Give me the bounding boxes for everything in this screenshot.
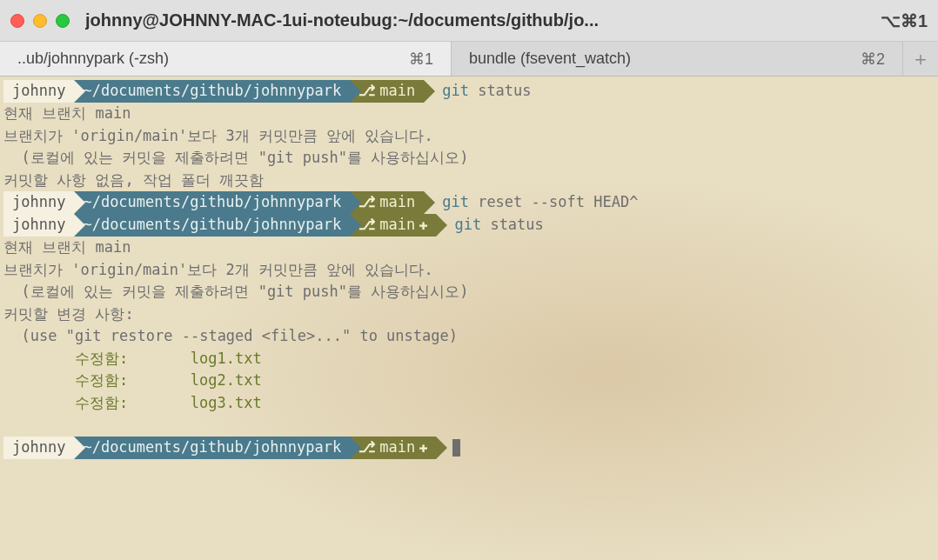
output-line: (use "git restore --staged <file>..." to… <box>0 325 938 348</box>
dirty-indicator-icon: ✚ <box>419 214 427 237</box>
output-line: 브랜치가 'origin/main'보다 3개 커밋만큼 앞에 있습니다. <box>0 125 938 148</box>
tab-2-key: ⌘2 <box>861 50 885 69</box>
close-button[interactable] <box>10 14 24 28</box>
output-line: (로컬에 있는 커밋을 제출하려면 "git push"를 사용하십시오) <box>0 147 938 170</box>
output-line: 커밋할 변경 사항: <box>0 303 938 326</box>
staged-file: 수정함: log3.txt <box>0 392 938 415</box>
tab-1[interactable]: ..ub/johnnypark (-zsh) ⌘1 <box>0 42 452 76</box>
tab-2-label: bundle (fsevent_watch) <box>469 50 631 68</box>
command-3: git status <box>454 214 543 237</box>
tab-1-key: ⌘1 <box>409 50 433 69</box>
minimize-button[interactable] <box>33 14 47 28</box>
output-line: 커밋할 사항 없음, 작업 폴더 깨끗함 <box>0 170 938 192</box>
titlebar: johnny@JOHNNY-MAC-1ui-noteubug:~/documen… <box>0 0 938 42</box>
prompt-2: johnny~/documents/github/johnnypark⎇main <box>3 191 435 214</box>
tabbar: ..ub/johnnypark (-zsh) ⌘1 bundle (fseven… <box>0 42 938 77</box>
terminal-output[interactable]: johnny~/documents/github/johnnypark⎇main… <box>0 77 938 459</box>
output-line: (로컬에 있는 커밋을 제출하려면 "git push"를 사용하십시오) <box>0 281 938 303</box>
prompt-3: johnny~/documents/github/johnnypark⎇main… <box>3 214 447 237</box>
output-line: 브랜치가 'origin/main'보다 2개 커밋만큼 앞에 있습니다. <box>0 259 938 282</box>
prompt-path: ~/documents/github/johnnypark <box>74 80 350 103</box>
prompt-current: johnny~/documents/github/johnnypark⎇main… <box>3 437 447 459</box>
zoom-button[interactable] <box>56 14 70 28</box>
staged-file: 수정함: log1.txt <box>0 348 938 370</box>
staged-file: 수정함: log2.txt <box>0 370 938 392</box>
window-title: johnny@JOHNNY-MAC-1ui-noteubug:~/documen… <box>85 10 870 30</box>
dirty-indicator-icon: ✚ <box>419 437 427 459</box>
tab-1-label: ..ub/johnnypark (-zsh) <box>17 50 169 68</box>
new-tab-button[interactable]: ＋ <box>903 42 938 76</box>
tab-2[interactable]: bundle (fsevent_watch) ⌘2 <box>452 42 903 76</box>
prompt-user: johnny <box>3 80 74 103</box>
prompt-1: johnny~/documents/github/johnnypark⎇main <box>3 80 435 103</box>
output-line: 현재 브랜치 main <box>0 103 938 125</box>
traffic-lights <box>10 14 70 28</box>
command-2: git reset --soft HEAD^ <box>442 191 638 214</box>
command-1: git status <box>442 80 531 103</box>
output-line: 현재 브랜치 main <box>0 237 938 259</box>
cursor <box>452 439 460 457</box>
window-shortcut: ⌥⌘1 <box>881 10 928 31</box>
